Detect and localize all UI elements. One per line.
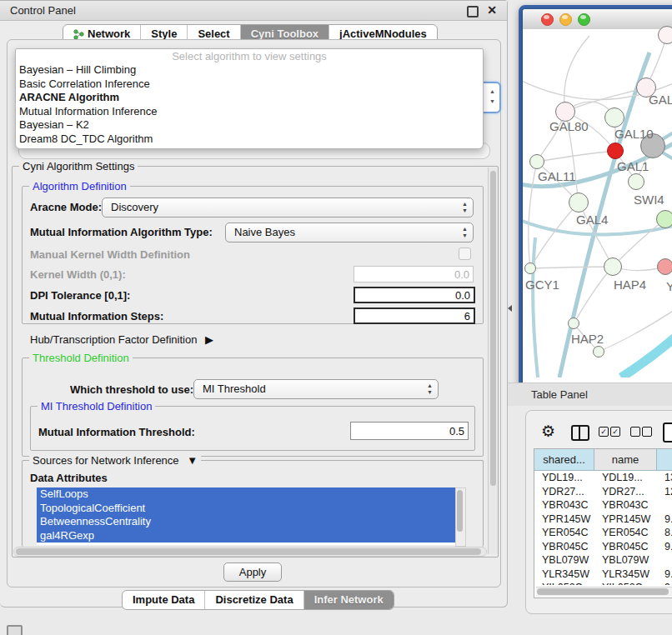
aracne-mode-combo[interactable]: Discovery ▲ ▼ [102,198,474,218]
gear-icon[interactable]: ⚙ [541,423,555,439]
table-horizontal-scrollbar[interactable] [536,587,672,597]
cell: 9. [657,568,672,582]
manual-kernel-checkbox[interactable] [459,248,471,260]
dropdown-item[interactable]: Bayesian – Hill Climbing [16,63,483,78]
collapse-down-icon: ▼ [187,454,198,467]
mi-threshold-field[interactable] [350,422,469,440]
attribute-item[interactable]: BetweennessCentrality [37,515,455,529]
dpi-tolerance-field[interactable] [354,287,475,303]
which-threshold-value: MI Threshold [203,382,266,395]
dpi-tolerance-label: DPI Tolerance [0,1]: [30,289,130,302]
mi-type-combo[interactable]: Naive Bayes ▲ ▼ [225,222,474,242]
network-node-swi4[interactable] [628,173,644,190]
dropdown-item[interactable]: Bayesian – K2 [16,118,483,132]
network-node-green[interactable] [656,210,672,228]
float-window-icon[interactable] [467,6,479,18]
attribute-item[interactable]: SelfLoops [37,488,455,502]
hub-definition-expander[interactable]: Hub/Transcription Factor Definition ▶ [30,333,213,346]
table-row[interactable]: YIL052CYIL052C9. [534,581,672,585]
close-icon[interactable]: ✕ [487,3,497,17]
combo-up-icon: ▲ [462,201,468,207]
table-row[interactable]: YBR045CYBR045C9. [534,540,672,554]
network-node[interactable] [593,346,604,358]
column-header-shared-name[interactable]: shared... [534,449,594,471]
tab-infer-network-label: Infer Network [314,591,384,609]
settings-vertical-scrollbar[interactable] [488,168,498,554]
which-threshold-combo[interactable]: MI Threshold ▲ ▼ [193,379,439,399]
network-node-gal11[interactable] [529,154,544,169]
combo-down-icon: ▼ [489,98,495,104]
node-label: GCY1 [525,278,559,292]
select-all-icon[interactable]: ✓ [599,427,609,437]
node-label: GAL11 [538,169,576,183]
expand-right-icon: ▶ [205,333,213,346]
dropdown-item-selected[interactable]: ARACNE Algorithm [16,91,483,105]
split-pane-grip[interactable] [508,305,512,312]
sources-legend-text: Sources for Network Inference [33,454,179,467]
cell: 9. [657,540,672,554]
deselect-all-icon[interactable] [630,427,640,437]
table-row[interactable]: YDL19...YDL19...13 [534,471,672,485]
export-table-icon[interactable] [663,422,672,442]
network-node-gcy1[interactable] [524,262,536,274]
attribute-item[interactable]: gal4RGexp [37,529,455,543]
table-row[interactable]: YDR27...YDR27...12 [534,485,672,499]
combo-up-icon: ▲ [489,88,495,94]
kernel-width-field[interactable] [354,266,474,282]
mi-steps-label: Mutual Information Steps: [30,310,163,322]
dropdown-item[interactable]: Basic Correlation Inference [16,78,483,92]
settings-horizontal-scrollbar[interactable] [13,547,487,557]
select-all-icon[interactable]: ✓ [610,427,620,437]
minimize-traffic-light-icon[interactable] [559,13,572,26]
cell: 9. [657,512,672,527]
attribute-item[interactable]: TopologicalCoefficient [37,502,455,516]
table-panel-title: Table Panel [531,388,588,401]
table-rows: YDL19...YDL19...13 YDR27...YDR27...12 YB… [534,471,672,585]
cell: YER054C [534,526,594,540]
close-traffic-light-icon[interactable] [541,13,554,26]
zoom-traffic-light-icon[interactable] [578,13,590,26]
collapsed-panel-button[interactable] [7,625,23,635]
table-row[interactable]: YPR145WYPR145W9. [534,512,672,527]
table-row[interactable]: YLR345WYLR345W9. [534,568,672,582]
tab-impute-data-label: Impute Data [133,591,194,609]
network-window-titlebar[interactable] [523,9,672,30]
dropdown-item[interactable]: Mutual Information Inference [16,105,483,119]
aracne-mode-value: Discovery [111,201,158,213]
network-node-gal1-selected[interactable] [607,142,624,159]
control-panel-title: Control Panel [10,4,76,17]
control-panel-titlebar: Control Panel ✕ [0,1,507,21]
attributes-scrollbar[interactable] [455,488,466,547]
network-node-hap2[interactable] [568,318,579,329]
columns-icon[interactable] [571,425,589,441]
column-header-clipped[interactable] [657,449,672,471]
cyni-bottom-tabbar: Impute Data Discretize Data Infer Networ… [122,590,394,610]
deselect-all-icon[interactable] [642,427,652,437]
tab-infer-network[interactable]: Infer Network [303,591,394,609]
cell: YBR043C [594,498,657,512]
cell: YLR345W [594,568,657,582]
network-canvas[interactable]: GAL GAL80 GAL10 GAL1 GAL11 SWI4 GAL4 GCY… [523,29,672,378]
tab-discretize-data[interactable]: Discretize Data [204,591,303,609]
combo-down-icon: ▼ [427,389,433,395]
tab-impute-data[interactable]: Impute Data [123,591,204,609]
cell: YIL052C [534,581,594,585]
network-node[interactable] [658,26,672,44]
combo-down-icon: ▼ [462,208,468,213]
node-label: GAL [649,92,672,107]
table-row[interactable]: YBR043CYBR043C [534,498,672,512]
table-panel: ⚙ ✓ ✓ shared... name YDL19...YDL19...13 … [525,410,672,614]
mi-steps-field[interactable] [354,308,475,324]
dropdown-item[interactable]: Dream8 DC_TDC Algorithm [16,132,483,147]
column-header-name[interactable]: name [594,449,657,471]
data-attributes-list[interactable]: SelfLoops TopologicalCoefficient Between… [37,488,455,545]
network-node-gal4[interactable] [569,192,589,212]
apply-button[interactable]: Apply [223,562,282,582]
table-row[interactable]: YER054CYER054C8. [534,526,672,540]
sources-legend[interactable]: Sources for Network Inference ▼ [29,454,201,467]
network-node-salmon[interactable] [657,258,672,275]
network-node-gal10[interactable] [604,108,624,128]
cell: YDL19... [534,471,594,485]
table-row[interactable]: YBL079WYBL079W [534,553,672,568]
network-node-hap4[interactable] [604,258,622,276]
